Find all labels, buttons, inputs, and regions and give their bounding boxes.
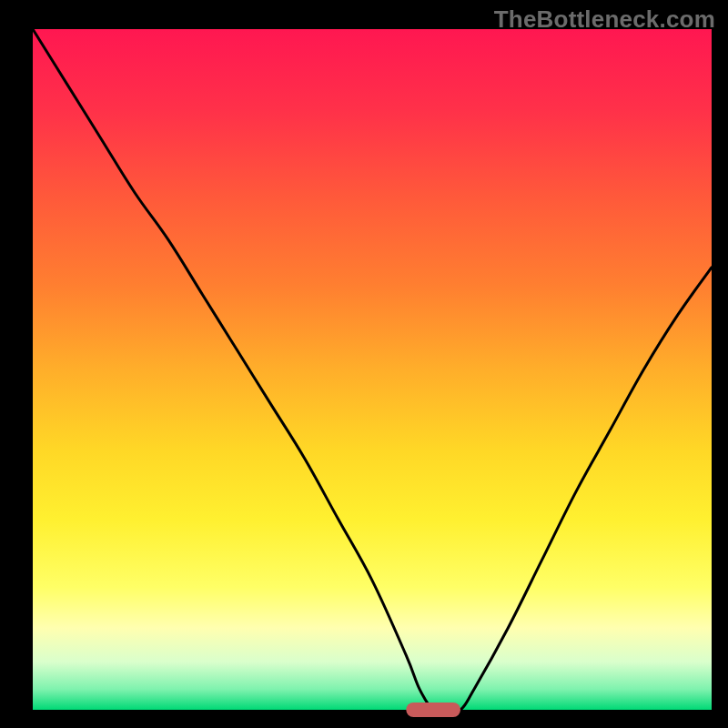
plot-background [33, 29, 712, 710]
chart-container: TheBottleneck.com [0, 0, 728, 728]
optimal-range-marker [406, 703, 460, 717]
bottleneck-chart [0, 0, 728, 728]
watermark-text: TheBottleneck.com [494, 5, 715, 34]
